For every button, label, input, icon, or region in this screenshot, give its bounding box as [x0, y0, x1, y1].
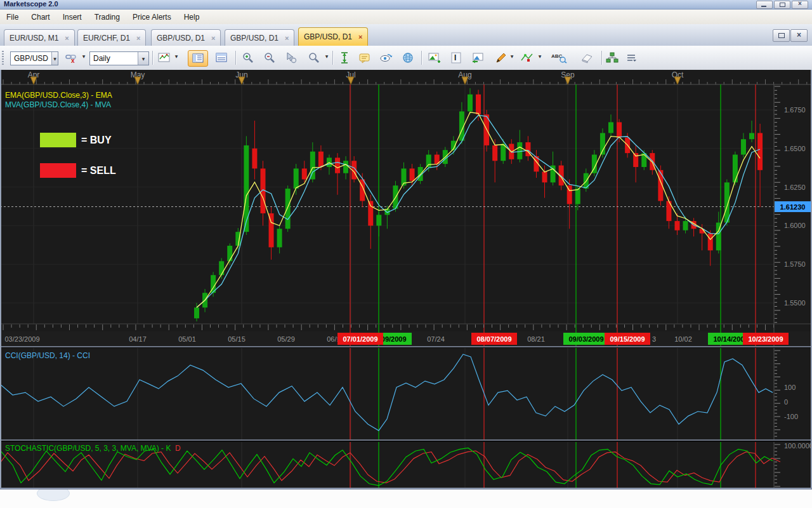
layout-a-icon: [216, 53, 227, 63]
globe-button[interactable]: [400, 50, 416, 65]
candle-body: [517, 142, 522, 159]
minimize-button[interactable]: [756, 1, 773, 9]
candle-body: [277, 229, 282, 247]
date-highlight-label: 09/03/2009: [568, 335, 603, 343]
hierarchy-button[interactable]: [604, 50, 620, 65]
hierarchy-icon: [606, 52, 619, 64]
magnifier-button[interactable]: [306, 50, 322, 65]
candle-body: [733, 155, 738, 183]
chart-canvas[interactable]: AprMayJunJulAugSepOct1.67501.65001.62501…: [0, 70, 812, 488]
eraser-icon: [580, 52, 594, 64]
date-label: 08/21: [527, 335, 545, 343]
menu-insert[interactable]: Insert: [56, 11, 88, 23]
zoom-in-icon: [242, 52, 254, 64]
candle-body: [318, 152, 324, 167]
chart-background: [0, 70, 812, 488]
tab-label: EUR/USD, M1: [10, 34, 58, 43]
tab-5[interactable]: GBP/USD, D1×: [298, 27, 368, 46]
stochastic-axis-label: 100.0000: [784, 442, 812, 450]
period-dropdown-icon[interactable]: ▼: [138, 52, 148, 65]
image-import-button[interactable]: [469, 50, 486, 65]
candle-body: [376, 215, 381, 225]
mdi-close-icon: ×: [791, 30, 807, 39]
tab-2[interactable]: EUR/CHF, D1×: [77, 29, 146, 46]
tab-close-icon[interactable]: ×: [358, 33, 362, 41]
menu-trading[interactable]: Trading: [88, 11, 126, 23]
chart-type-button[interactable]: [156, 50, 173, 65]
unlink-button[interactable]: x: [63, 50, 79, 65]
tab-1[interactable]: EUR/USD, M1×: [4, 29, 75, 46]
window-title: Marketscope 2.0: [4, 0, 58, 8]
date-label: 05/29: [277, 335, 295, 343]
properties-icon: [625, 52, 637, 64]
vertical-fit-button[interactable]: [336, 50, 353, 65]
candle-body: [492, 145, 497, 161]
candle-body: [617, 122, 622, 137]
menu-price-alerts[interactable]: Price Alerts: [126, 11, 178, 23]
buy-color-swatch: [40, 133, 76, 147]
zoom-in-button[interactable]: [240, 50, 256, 65]
window-bottom-edge: [0, 488, 812, 490]
indicator-button[interactable]: [519, 50, 535, 65]
mdi-restore-button[interactable]: [773, 29, 790, 42]
svg-text:x: x: [71, 57, 75, 64]
note-button[interactable]: [357, 50, 373, 65]
tab-label: GBP/USD, D1: [157, 34, 205, 43]
menu-help[interactable]: Help: [178, 11, 206, 23]
symbol-dropdown-icon[interactable]: ▼: [51, 52, 58, 65]
date-label: 10/02: [674, 335, 692, 343]
toolbar-separator: [235, 51, 237, 65]
title-bar: Marketscope 2.0 ×: [0, 0, 812, 10]
zoom-out-icon: [263, 52, 276, 64]
menu-file[interactable]: File: [0, 11, 25, 23]
chart-type-dropdown-icon[interactable]: ▼: [173, 54, 180, 58]
close-button[interactable]: ×: [792, 1, 808, 9]
period-select[interactable]: Daily ▼: [89, 51, 149, 65]
candle-body: [368, 201, 373, 225]
tab-close-icon[interactable]: ×: [285, 34, 289, 42]
symbol-select[interactable]: GBP/USD ▼: [10, 51, 58, 65]
tab-4[interactable]: GBP/USD, D1×: [225, 29, 294, 46]
pencil-dropdown-icon[interactable]: ▼: [509, 54, 515, 58]
cci-label: CCI(GBP/USD, 14) - CCI: [5, 351, 90, 360]
candle-body: [468, 95, 473, 112]
price-axis-label: 1.5750: [784, 260, 806, 268]
price-axis-label: 1.6750: [784, 106, 806, 114]
toolbar-separator: [152, 51, 154, 65]
toolbar-separator: [601, 51, 603, 65]
mdi-close-button[interactable]: ×: [790, 29, 808, 42]
zoom-out-button[interactable]: [261, 50, 278, 65]
properties-button[interactable]: [623, 50, 639, 65]
layout-b-button[interactable]: [188, 50, 208, 67]
eye-refresh-button[interactable]: [378, 50, 395, 65]
tab-close-icon[interactable]: ×: [136, 34, 140, 42]
layout-a-button[interactable]: [212, 50, 231, 65]
toolbar-grip[interactable]: [2, 51, 4, 65]
tab-3[interactable]: GBP/USD, D1×: [151, 29, 221, 46]
image-add-button[interactable]: [426, 50, 443, 65]
abc-search-button[interactable]: ABC: [548, 50, 570, 65]
tab-close-icon[interactable]: ×: [211, 34, 215, 42]
eraser-button[interactable]: [579, 50, 595, 65]
price-axis-label: 1.6000: [784, 222, 806, 229]
zoom-pointer-button[interactable]: [283, 50, 299, 65]
magnifier-dropdown-icon[interactable]: ▼: [324, 54, 330, 58]
candle-body: [410, 168, 415, 180]
globe-icon: [402, 52, 414, 64]
indicator-dropdown-icon[interactable]: ▼: [537, 54, 543, 58]
date-label: 07/24: [427, 335, 445, 343]
restore-button[interactable]: [774, 1, 790, 9]
tab-close-icon[interactable]: ×: [65, 34, 69, 42]
unlink-dropdown-icon[interactable]: ▼: [81, 54, 87, 58]
unlink-icon: x: [65, 52, 77, 64]
text-tool-button[interactable]: I: [448, 50, 464, 65]
mva-indicator-label: MVA(GBP/USD.Close,4) - MVA: [5, 100, 111, 109]
menu-chart[interactable]: Chart: [25, 11, 56, 23]
date-highlight-label: 10/23/2009: [748, 335, 783, 343]
date-label: 04/17: [129, 335, 147, 343]
image-import-icon: [471, 52, 484, 64]
tab-label: GBP/USD, D1: [230, 34, 278, 43]
panel-separator: [0, 346, 812, 347]
zoom-pointer-icon: [285, 52, 298, 64]
pencil-button[interactable]: [492, 50, 509, 65]
